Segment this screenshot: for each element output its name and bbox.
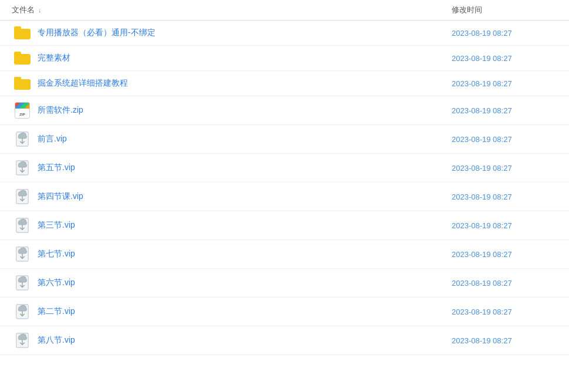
file-modified: 2023-08-19 08:27 <box>452 54 557 63</box>
table-row[interactable]: 第七节.vip 2023-08-19 08:27 <box>0 240 569 269</box>
vip-file-icon <box>15 160 30 176</box>
file-icon-cell <box>12 131 33 147</box>
file-icon-cell <box>12 52 33 65</box>
file-modified: 2023-08-19 08:27 <box>452 336 557 345</box>
file-name: 完整素材 <box>33 53 452 63</box>
file-icon-cell <box>12 77 33 90</box>
table-row[interactable]: 掘金系统超详细搭建教程 2023-08-19 08:27 <box>0 71 569 96</box>
table-row[interactable]: 完整素材 2023-08-19 08:27 <box>0 46 569 71</box>
table-row[interactable]: 第八节.vip 2023-08-19 08:27 <box>0 326 569 355</box>
sort-icon: ↓ <box>38 6 42 13</box>
file-manager: 文件名 ↓ 修改时间 专用播放器（必看）通用-不绑定 2023-08-19 08… <box>0 0 569 392</box>
folder-icon <box>14 26 31 39</box>
vip-file-icon <box>15 131 30 147</box>
file-name: 专用播放器（必看）通用-不绑定 <box>33 28 452 38</box>
table-row[interactable]: 前言.vip 2023-08-19 08:27 <box>0 125 569 154</box>
file-modified: 2023-08-19 08:27 <box>452 250 557 259</box>
vip-file-icon <box>15 188 30 205</box>
file-name: 第八节.vip <box>33 335 452 346</box>
table-row[interactable]: 第三节.vip 2023-08-19 08:27 <box>0 211 569 240</box>
file-name: 第五节.vip <box>33 163 452 173</box>
folder-icon <box>14 52 31 65</box>
header-modified: 修改时间 <box>452 5 557 15</box>
table-row[interactable]: ZIP 所需软件.zip 2023-08-19 08:27 <box>0 96 569 125</box>
table-row[interactable]: 第二节.vip 2023-08-19 08:27 <box>0 298 569 326</box>
folder-icon <box>14 77 31 90</box>
file-modified: 2023-08-19 08:27 <box>452 135 557 144</box>
file-icon-cell <box>12 160 33 176</box>
file-icon-cell <box>12 246 33 262</box>
vip-file-icon <box>15 275 30 291</box>
file-modified: 2023-08-19 08:27 <box>452 106 557 115</box>
file-name: 所需软件.zip <box>33 105 452 116</box>
file-icon-cell <box>12 26 33 39</box>
file-modified: 2023-08-19 08:27 <box>452 307 557 316</box>
file-icon-cell <box>12 303 33 320</box>
vip-file-icon <box>15 217 30 234</box>
file-name: 第四节课.vip <box>33 191 452 202</box>
vip-file-icon <box>15 332 30 349</box>
file-modified: 2023-08-19 08:27 <box>452 221 557 230</box>
filename-label: 文件名 <box>12 5 35 15</box>
file-icon-cell <box>12 275 33 291</box>
file-name: 第七节.vip <box>33 249 452 259</box>
file-icon-cell <box>12 332 33 349</box>
file-name: 第六节.vip <box>33 278 452 288</box>
vip-file-icon <box>15 303 30 320</box>
file-modified: 2023-08-19 08:27 <box>452 192 557 201</box>
zip-icon: ZIP <box>15 102 30 119</box>
file-name: 前言.vip <box>33 134 452 144</box>
table-row[interactable]: 专用播放器（必看）通用-不绑定 2023-08-19 08:27 <box>0 21 569 46</box>
file-modified: 2023-08-19 08:27 <box>452 79 557 88</box>
file-name: 掘金系统超详细搭建教程 <box>33 78 452 89</box>
file-icon-cell <box>12 188 33 205</box>
table-header: 文件名 ↓ 修改时间 <box>0 0 569 21</box>
file-icon-cell: ZIP <box>12 102 33 119</box>
table-row[interactable]: 第六节.vip 2023-08-19 08:27 <box>0 269 569 298</box>
table-row[interactable]: 第五节.vip 2023-08-19 08:27 <box>0 154 569 183</box>
file-icon-cell <box>12 217 33 234</box>
vip-file-icon <box>15 246 30 262</box>
file-modified: 2023-08-19 08:27 <box>452 279 557 288</box>
file-name: 第二节.vip <box>33 306 452 317</box>
table-row[interactable]: 第四节课.vip 2023-08-19 08:27 <box>0 183 569 211</box>
file-list: 专用播放器（必看）通用-不绑定 2023-08-19 08:27 完整素材 20… <box>0 21 569 355</box>
header-filename[interactable]: 文件名 ↓ <box>12 5 452 15</box>
file-modified: 2023-08-19 08:27 <box>452 29 557 38</box>
file-name: 第三节.vip <box>33 220 452 231</box>
file-modified: 2023-08-19 08:27 <box>452 164 557 173</box>
